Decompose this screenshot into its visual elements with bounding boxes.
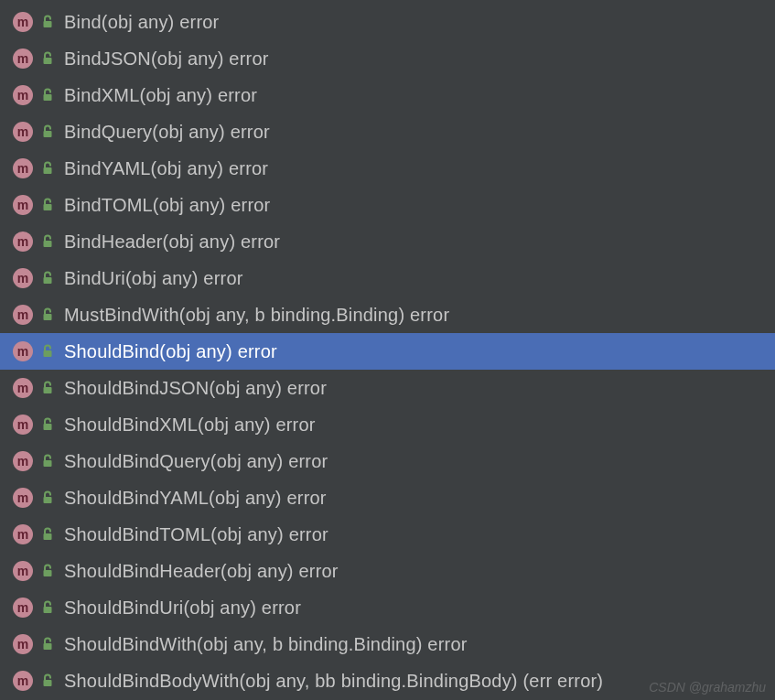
svg-rect-12	[44, 460, 52, 467]
public-lock-icon	[40, 564, 55, 578]
completion-item[interactable]: mShouldBind(obj any) error	[0, 333, 775, 370]
svg-rect-10	[44, 387, 52, 393]
completion-item-label: ShouldBindJSON(obj any) error	[64, 378, 327, 399]
completion-item[interactable]: mBindJSON(obj any) error	[0, 40, 775, 77]
svg-rect-3	[44, 131, 52, 137]
method-icon: m	[13, 341, 33, 361]
method-icon: m	[13, 48, 33, 69]
public-lock-icon	[40, 307, 55, 322]
svg-rect-0	[44, 21, 52, 27]
public-lock-icon	[40, 600, 55, 615]
svg-rect-11	[44, 424, 52, 430]
completion-item[interactable]: mMustBindWith(obj any, b binding.Binding…	[0, 296, 775, 333]
completion-item-label: BindXML(obj any) error	[64, 85, 257, 106]
public-lock-icon	[40, 527, 55, 542]
method-icon: m	[13, 488, 33, 508]
completion-item-label: BindQuery(obj any) error	[64, 122, 270, 143]
public-lock-icon	[40, 417, 55, 432]
completion-item-label: BindHeader(obj any) error	[64, 232, 280, 253]
svg-rect-9	[44, 350, 52, 357]
completion-item[interactable]: mBindQuery(obj any) error	[0, 113, 775, 150]
completion-item-label: ShouldBindQuery(obj any) error	[64, 451, 328, 472]
method-icon: m	[13, 451, 33, 471]
completion-item[interactable]: mBind(obj any) error	[0, 4, 775, 40]
completion-item[interactable]: mShouldBindWith(obj any, b binding.Bindi…	[0, 626, 775, 662]
svg-rect-7	[44, 277, 52, 284]
completion-item[interactable]: mShouldBindYAML(obj any) error	[0, 479, 775, 516]
completion-item-label: BindTOML(obj any) error	[64, 195, 270, 216]
public-lock-icon	[40, 454, 55, 468]
completion-item-label: ShouldBindYAML(obj any) error	[64, 488, 327, 509]
completion-item-label: ShouldBind(obj any) error	[64, 341, 277, 362]
method-icon: m	[13, 195, 33, 215]
public-lock-icon	[40, 344, 55, 359]
method-icon: m	[13, 378, 33, 398]
method-icon: m	[13, 158, 33, 178]
svg-rect-6	[44, 241, 52, 247]
completion-list: mBind(obj any) errormBindJSON(obj any) e…	[0, 0, 775, 699]
public-lock-icon	[40, 198, 55, 212]
method-icon: m	[13, 561, 33, 581]
public-lock-icon	[40, 88, 55, 102]
svg-rect-5	[44, 204, 52, 210]
public-lock-icon	[40, 234, 55, 249]
svg-rect-1	[44, 58, 52, 64]
completion-item[interactable]: mShouldBindTOML(obj any) error	[0, 516, 775, 553]
public-lock-icon	[40, 124, 55, 139]
svg-rect-18	[44, 680, 52, 686]
completion-item[interactable]: mShouldBindUri(obj any) error	[0, 589, 775, 626]
completion-item-label: ShouldBindBodyWith(obj any, bb binding.B…	[64, 671, 603, 692]
completion-item[interactable]: mShouldBindJSON(obj any) error	[0, 370, 775, 406]
method-icon: m	[13, 634, 33, 654]
method-icon: m	[13, 305, 33, 325]
completion-item-label: BindUri(obj any) error	[64, 268, 243, 289]
completion-item[interactable]: mBindHeader(obj any) error	[0, 223, 775, 260]
svg-rect-4	[44, 167, 52, 174]
completion-item[interactable]: mBindYAML(obj any) error	[0, 150, 775, 187]
completion-item[interactable]: mShouldBindXML(obj any) error	[0, 406, 775, 443]
completion-item[interactable]: mShouldBindQuery(obj any) error	[0, 443, 775, 479]
public-lock-icon	[40, 15, 55, 29]
watermark: CSDN @grahamzhu	[649, 680, 766, 695]
completion-item[interactable]: mShouldBindHeader(obj any) error	[0, 553, 775, 589]
public-lock-icon	[40, 637, 55, 652]
completion-item-label: BindYAML(obj any) error	[64, 158, 268, 179]
completion-item-label: ShouldBindWith(obj any, b binding.Bindin…	[64, 634, 468, 655]
completion-item-label: ShouldBindUri(obj any) error	[64, 598, 301, 619]
method-icon: m	[13, 524, 33, 544]
public-lock-icon	[40, 490, 55, 505]
public-lock-icon	[40, 381, 55, 395]
svg-rect-17	[44, 643, 52, 650]
svg-rect-13	[44, 497, 52, 503]
public-lock-icon	[40, 161, 55, 176]
method-icon: m	[13, 232, 33, 252]
completion-item[interactable]: mBindTOML(obj any) error	[0, 187, 775, 223]
method-icon: m	[13, 85, 33, 105]
svg-rect-15	[44, 570, 52, 576]
svg-rect-8	[44, 314, 52, 320]
method-icon: m	[13, 415, 33, 435]
svg-rect-2	[44, 94, 52, 101]
completion-item-label: ShouldBindXML(obj any) error	[64, 415, 316, 436]
completion-item-label: Bind(obj any) error	[64, 12, 219, 33]
completion-item-label: ShouldBindHeader(obj any) error	[64, 561, 339, 582]
svg-rect-16	[44, 607, 52, 613]
method-icon: m	[13, 122, 33, 142]
svg-rect-14	[44, 533, 52, 540]
public-lock-icon	[40, 271, 55, 285]
completion-item[interactable]: mBindUri(obj any) error	[0, 260, 775, 296]
completion-item-label: MustBindWith(obj any, b binding.Binding)…	[64, 305, 449, 326]
method-icon: m	[13, 12, 33, 32]
method-icon: m	[13, 671, 33, 691]
completion-item-label: BindJSON(obj any) error	[64, 48, 269, 70]
method-icon: m	[13, 268, 33, 288]
completion-item-label: ShouldBindTOML(obj any) error	[64, 524, 328, 545]
public-lock-icon	[40, 673, 55, 688]
method-icon: m	[13, 598, 33, 618]
completion-item[interactable]: mBindXML(obj any) error	[0, 77, 775, 113]
public-lock-icon	[40, 51, 55, 66]
